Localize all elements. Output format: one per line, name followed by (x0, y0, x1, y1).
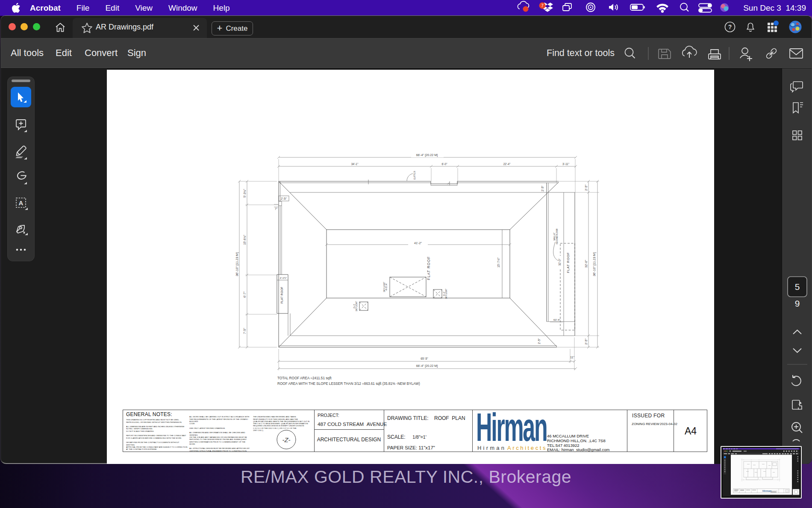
svg-text:2'-5": 2'-5" (585, 339, 588, 345)
svg-text:7: 7 (541, 3, 544, 8)
svg-text:15'-6¾": 15'-6¾" (243, 235, 246, 245)
svg-text:34'-1": 34'-1" (351, 162, 359, 165)
svg-text:6'-0": 6'-0" (442, 162, 448, 165)
svg-text:WALL AT: WALL AT (553, 232, 556, 240)
svg-text:36'-10" [11.23 M]: 36'-10" [11.23 M] (592, 252, 596, 276)
svg-text:5: 5 (795, 282, 800, 292)
svg-text:GUTTER: GUTTER (413, 171, 416, 180)
svg-text:41'-2": 41'-2" (414, 242, 422, 245)
svg-text:7": 7" (275, 207, 278, 210)
svg-text:SKY LIGHT: SKY LIGHT (445, 289, 447, 299)
svg-text:Hirman: Hirman (477, 445, 506, 451)
svg-text:Hirman: Hirman (476, 411, 547, 449)
svg-text:2'-5": 2'-5" (541, 186, 544, 192)
svg-text:2'-5": 2'-5" (538, 338, 541, 344)
svg-text:6'-7": 6'-7" (243, 292, 246, 298)
svg-text:32'-0": 32'-0" (585, 260, 588, 268)
svg-text:A: A (19, 199, 24, 207)
svg-text:?: ? (728, 24, 732, 30)
svg-text:2'-5": 2'-5" (585, 185, 588, 191)
svg-text:36'-10" [11.23 M]: 36'-10" [11.23 M] (235, 252, 239, 276)
svg-text:SKY LIGHT: SKY LIGHT (383, 282, 385, 292)
svg-text:66'-4" [20.22 M]: 66'-4" [20.22 M] (416, 364, 438, 368)
svg-text:Hirman: Hirman (762, 489, 772, 492)
svg-text:7'-5": 7'-5" (243, 328, 246, 334)
svg-text:2'x 2': 2'x 2' (353, 304, 356, 309)
svg-text:SKY LIGHT: SKY LIGHT (356, 301, 358, 311)
svg-text:65'-5": 65'-5" (421, 357, 428, 360)
svg-text:TOTAL ROOF AREA =2411.51 sqft: TOTAL ROOF AREA =2411.51 sqft (277, 376, 332, 380)
svg-text:5'-3¾": 5'-3¾" (243, 189, 246, 198)
svg-text:FLAT ROOF: FLAT ROOF (427, 256, 431, 280)
svg-text:2'-5": 2'-5" (281, 197, 287, 200)
svg-text:11": 11" (570, 356, 574, 359)
svg-text:SECOND FLOOR: SECOND FLOOR (556, 228, 558, 244)
svg-text:9: 9 (795, 298, 800, 308)
svg-text:3'-11": 3'-11" (562, 162, 570, 165)
svg-text:Architects: Architects (507, 445, 547, 451)
svg-text:ROOF AREA WITH THE SLOPE LESSE: ROOF AREA WITH THE SLOPE LESSER THAN 3/1… (277, 382, 420, 386)
svg-text:FLAT ROOF: FLAT ROOF (566, 252, 570, 273)
svg-text:FLAT ROOF: FLAT ROOF (280, 286, 283, 303)
svg-text:2'-1½": 2'-1½" (280, 277, 287, 279)
svg-text:22'-4": 22'-4" (503, 162, 511, 165)
svg-text:15'-7½": 15'-7½" (497, 257, 500, 268)
svg-text:66'-4" [20.22 M]: 66'-4" [20.22 M] (416, 153, 438, 157)
svg-text:32'-0": 32'-0" (558, 258, 561, 266)
svg-text:63'-4": 63'-4" (553, 318, 560, 321)
svg-text:4'-6"x 4': 4'-6"x 4' (385, 284, 388, 290)
